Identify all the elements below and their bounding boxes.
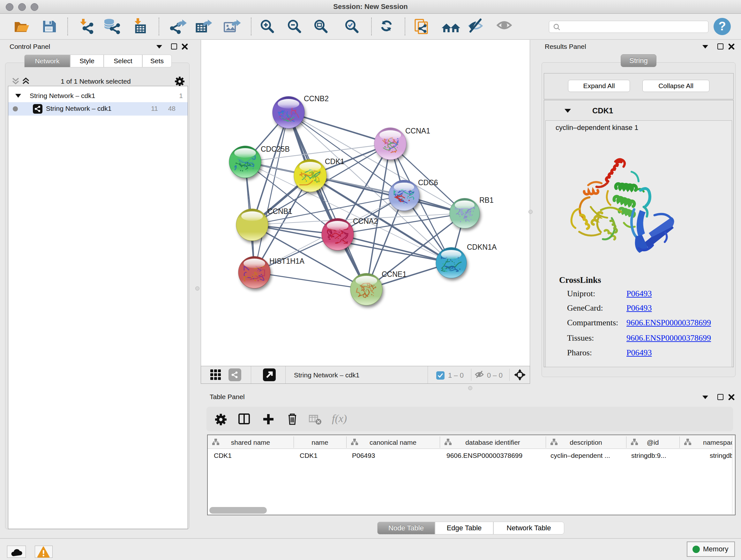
svg-text:CCNA1: CCNA1	[405, 127, 430, 135]
svg-text:CDC6: CDC6	[418, 179, 438, 187]
svg-text:RB1: RB1	[479, 196, 494, 204]
svg-text:CCNA2: CCNA2	[353, 217, 378, 226]
svg-text:CCNB1: CCNB1	[267, 207, 292, 215]
svg-text:?: ?	[718, 19, 726, 33]
svg-text:CDC25B: CDC25B	[261, 145, 290, 153]
svg-text:CDKN1A: CDKN1A	[467, 243, 497, 251]
svg-text:CDK1: CDK1	[325, 158, 344, 166]
svg-text:HIST1H1A: HIST1H1A	[269, 257, 305, 265]
svg-text:CCNB2: CCNB2	[304, 95, 329, 103]
svg-text:CCNE1: CCNE1	[382, 270, 407, 278]
